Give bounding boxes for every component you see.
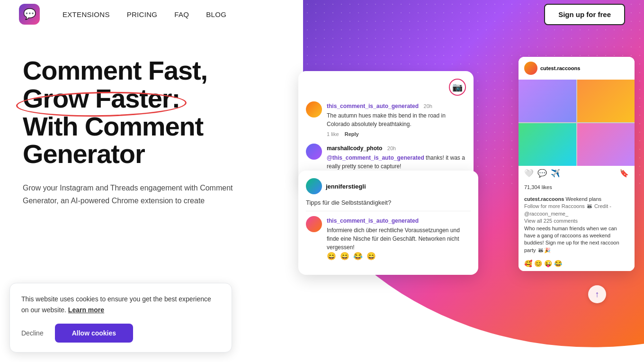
- card3-caption: cutest.raccoons Weekend plans Follow for…: [519, 194, 635, 258]
- instagram-comment-card: 📷 this_comment_is_auto_generated 20h The…: [298, 71, 474, 185]
- nav-faq[interactable]: FAQ: [174, 10, 189, 18]
- cookie-actions: Decline Allow cookies: [21, 324, 220, 343]
- cookie-text: This website uses cookies to ensure you …: [21, 294, 220, 315]
- cookie-banner: This website uses cookies to ensure you …: [9, 283, 232, 353]
- hero-subtitle: Grow your Instagram and Threads engageme…: [23, 181, 246, 207]
- card3-header: cutest.raccoons: [519, 57, 635, 80]
- scroll-up-button[interactable]: ↑: [588, 285, 606, 303]
- comment-icon: 💬: [537, 169, 547, 178]
- avatar-3: [306, 178, 322, 194]
- sign-up-button[interactable]: Sign up for free: [544, 4, 625, 25]
- comment-1-likes: 1 like: [327, 131, 339, 137]
- threads-username: jenniferstiegli: [326, 183, 366, 190]
- instagram-icon: 📷: [449, 79, 466, 96]
- hero-line1: Comment Fast,: [23, 55, 207, 85]
- photo-1: [519, 80, 576, 122]
- threads-comment-entry: this_comment_is_auto_generated Informier…: [306, 216, 471, 261]
- bookmark-icon: 🔖: [619, 169, 629, 178]
- hero-section: Comment Fast, Grow Faster: With Comment …: [0, 28, 265, 208]
- photo-3: [519, 123, 576, 166]
- avatar-1: [306, 101, 322, 118]
- comment-1-username: this_comment_is_auto_generated: [327, 103, 419, 109]
- card3-icons: 🤍 💬 ✈️ 🔖: [519, 166, 635, 181]
- card3-avatar: [524, 62, 537, 75]
- card3-reactions: 🥰 😊 😜 😂: [519, 258, 635, 271]
- main-nav: EXTENSIONS PRICING FAQ BLOG: [63, 10, 226, 18]
- comment-1-content: this_comment_is_auto_generated 20h The a…: [327, 101, 466, 137]
- comment-1-actions: 1 like Reply: [327, 131, 466, 137]
- heart-icon: 🤍: [524, 169, 534, 178]
- threads-comment-text: Informiere dich über rechtliche Vorausse…: [327, 226, 471, 252]
- avatar-4: [306, 216, 322, 232]
- threads-comment-content: this_comment_is_auto_generated Informier…: [327, 216, 471, 261]
- allow-cookies-button[interactable]: Allow cookies: [55, 324, 133, 343]
- comment-1-reply[interactable]: Reply: [345, 131, 359, 137]
- logo[interactable]: 💬: [19, 4, 40, 25]
- avatar-2: [306, 144, 322, 160]
- threads-comment-username: this_comment_is_auto_generated: [327, 217, 419, 224]
- comment-2-text: @this_comment_is_auto_generated thanks! …: [327, 154, 466, 171]
- threads-header: jenniferstiegli: [306, 178, 471, 194]
- raccoon-photo-card: cutest.raccoons 🤍 💬 ✈️ 🔖 71,304 likes cu…: [519, 57, 635, 271]
- ig-header: 📷: [306, 79, 466, 96]
- nav-blog[interactable]: BLOG: [206, 10, 226, 18]
- comment-1-time: 20h: [424, 103, 432, 109]
- threads-post: Tipps für die Selbstständigkeit?: [306, 199, 471, 206]
- comment-2-username: marshallcody_photo: [327, 145, 382, 152]
- comment-entry-2: marshallcody_photo 20h @this_comment_is_…: [306, 144, 466, 171]
- threads-comment: this_comment_is_auto_generated Informier…: [306, 211, 471, 261]
- learn-more-link[interactable]: Learn more: [68, 306, 104, 314]
- nav-pricing[interactable]: PRICING: [127, 10, 158, 18]
- logo-icon: 💬: [19, 4, 40, 25]
- photo-4: [577, 123, 635, 166]
- card3-stats: 71,304 likes: [519, 181, 635, 194]
- share-icon: ✈️: [551, 169, 560, 178]
- card3-username: cutest.raccoons: [540, 65, 580, 71]
- header: 💬 EXTENSIONS PRICING FAQ BLOG Sign up fo…: [0, 0, 644, 28]
- comment-entry-1: this_comment_is_auto_generated 20h The a…: [306, 101, 466, 137]
- threads-reactions: 😄 😄 😂 😄: [327, 252, 471, 261]
- hero-title: Comment Fast, Grow Faster: With Comment …: [23, 57, 246, 168]
- hero-line4: Generator: [23, 139, 145, 169]
- comment-1-text: The autumn hues make this bend in the ro…: [327, 111, 466, 128]
- threads-comment-card: jenniferstiegli Tipps für die Selbststän…: [298, 171, 478, 275]
- nav-extensions[interactable]: EXTENSIONS: [63, 10, 110, 18]
- photo-2: [577, 80, 635, 122]
- comment-2-content: marshallcody_photo 20h @this_comment_is_…: [327, 144, 466, 171]
- decline-button[interactable]: Decline: [21, 329, 44, 337]
- comment-2-time: 20h: [387, 145, 396, 151]
- photo-grid: [519, 80, 635, 166]
- cards-area: 📷 this_comment_is_auto_generated 20h The…: [294, 57, 635, 322]
- hero-line2: Grow Faster:: [23, 85, 180, 113]
